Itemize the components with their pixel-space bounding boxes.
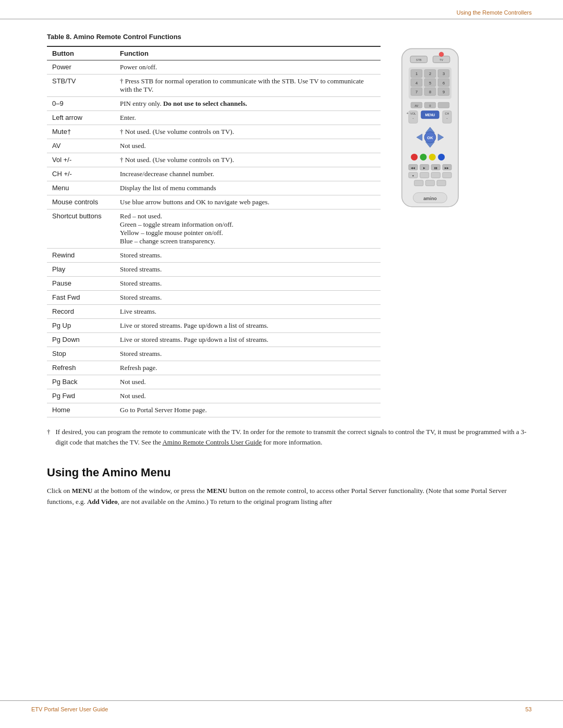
- table-cell-button: Rewind: [47, 249, 115, 263]
- table-cell-function: Live or stored streams. Page up/down a l…: [115, 333, 381, 347]
- table-cell-button: Pg Fwd: [47, 389, 115, 403]
- table-row: 0–9PIN entry only. Do not use to select …: [47, 97, 381, 111]
- svg-text:STB: STB: [416, 58, 422, 61]
- table-row: HomeGo to Portal Server Home page.: [47, 403, 381, 417]
- svg-text:▶: ▶: [423, 166, 425, 169]
- table-row: Left arrowEnter.: [47, 111, 381, 125]
- table-cell-function: † Not used. (Use volume controls on TV).: [115, 153, 381, 167]
- table-cell-button: Menu: [47, 181, 115, 195]
- section-heading: Using the Amino Menu: [47, 466, 532, 479]
- menu-bold-2: MENU: [206, 487, 227, 495]
- svg-rect-61: [431, 172, 440, 178]
- footer-right: 53: [525, 706, 532, 712]
- table-cell-button: Record: [47, 305, 115, 319]
- svg-text:8: 8: [429, 90, 431, 94]
- table-cell-function: Stored streams.: [115, 277, 381, 291]
- page-footer: ETV Portal Server User Guide 53: [0, 700, 563, 712]
- table-cell-button: Vol +/-: [47, 153, 115, 167]
- svg-rect-63: [414, 180, 423, 186]
- table-header-row: Button Function: [47, 46, 381, 60]
- table-row: Mute†† Not used. (Use volume controls on…: [47, 125, 381, 139]
- table-cell-function: Use blue arrow buttons and OK to navigat…: [115, 195, 381, 209]
- table-caption-label: Table 8.: [47, 33, 71, 41]
- table-cell-function: Power on/off.: [115, 60, 381, 75]
- table-cell-button: Play: [47, 263, 115, 277]
- table-cell-function: † Press STB for normal operation to comm…: [115, 75, 381, 97]
- table-row: Vol +/-† Not used. (Use volume controls …: [47, 153, 381, 167]
- svg-text:MENU: MENU: [425, 113, 435, 117]
- table-cell-function: Red – not used.Green – toggle stream inf…: [115, 209, 381, 249]
- page-container: Using the Remote Controllers Table 8. Am…: [0, 0, 563, 728]
- svg-rect-29: [438, 102, 449, 108]
- table-cell-button: 0–9: [47, 97, 115, 111]
- table-cell-function: Enter.: [115, 111, 381, 125]
- table-cell-button: Pg Back: [47, 375, 115, 389]
- table-cell-button: Pause: [47, 277, 115, 291]
- footnote-text: If desired, you can program the remote t…: [56, 427, 532, 447]
- main-content: Table 8. Amino Remote Control Functions …: [0, 22, 563, 528]
- table-caption: Table 8. Amino Remote Control Functions: [47, 33, 532, 41]
- svg-point-47: [420, 154, 427, 161]
- table-cell-button: Fast Fwd: [47, 291, 115, 305]
- table-caption-text: Amino Remote Control Functions: [71, 33, 181, 41]
- table-cell-button: Refresh: [47, 361, 115, 375]
- table-row: Mouse controlsUse blue arrow buttons and…: [47, 195, 381, 209]
- table-cell-function: Display the list of menu commands: [115, 181, 381, 195]
- table-cell-function: Stored streams.: [115, 263, 381, 277]
- svg-text:5: 5: [429, 81, 431, 85]
- col-function: Function: [115, 46, 381, 60]
- table-cell-button: STB/TV: [47, 75, 115, 97]
- remote-control-image: STB TV 1 2 3 4: [396, 46, 469, 223]
- svg-text:amino: amino: [423, 196, 437, 201]
- svg-text:VOL: VOL: [410, 112, 416, 115]
- footer-left: ETV Portal Server User Guide: [31, 706, 108, 712]
- footnote-link[interactable]: Amino Remote Controls User Guide: [162, 438, 262, 446]
- svg-text:3: 3: [443, 71, 445, 76]
- table-cell-button: AV: [47, 139, 115, 153]
- svg-text:CH: CH: [445, 112, 449, 115]
- svg-text:1: 1: [415, 71, 418, 76]
- table-cell-function: Not used.: [115, 389, 381, 403]
- table-cell-button: Shortcut buttons: [47, 209, 115, 249]
- table-cell-function: Live or stored streams. Page up/down a l…: [115, 319, 381, 333]
- svg-text:◀◀: ◀◀: [411, 166, 415, 169]
- table-cell-button: Pg Up: [47, 319, 115, 333]
- table-row: Shortcut buttonsRed – not used.Green – t…: [47, 209, 381, 249]
- svg-rect-65: [437, 180, 446, 186]
- table-row: PowerPower on/off.: [47, 60, 381, 75]
- table-cell-button: Home: [47, 403, 115, 417]
- table-cell-function: PIN entry only. Do not use to select cha…: [115, 97, 381, 111]
- svg-rect-60: [420, 172, 429, 178]
- header-title: Using the Remote Controllers: [457, 9, 532, 16]
- table-cell-button: Power: [47, 60, 115, 75]
- table-cell-button: Left arrow: [47, 111, 115, 125]
- table-cell-function: Not used.: [115, 375, 381, 389]
- table-cell-button: Mute†: [47, 125, 115, 139]
- svg-text:▶▶: ▶▶: [445, 166, 449, 169]
- section-body: Click on MENU at the bottom of the windo…: [47, 486, 532, 508]
- table-row: Fast FwdStored streams.: [47, 291, 381, 305]
- table-cell-button: Pg Down: [47, 333, 115, 347]
- svg-text:7: 7: [415, 90, 418, 94]
- table-cell-function: Not used.: [115, 139, 381, 153]
- table-cell-function: Stored streams.: [115, 291, 381, 305]
- svg-text:TV: TV: [439, 58, 443, 61]
- table-row: PauseStored streams.: [47, 277, 381, 291]
- content-with-remote: Button Function PowerPower on/off.STB/TV…: [47, 46, 532, 417]
- add-video-bold: Add Video: [87, 498, 118, 505]
- menu-bold-1: MENU: [72, 487, 93, 495]
- table-cell-function: Refresh page.: [115, 361, 381, 375]
- svg-text:▮▮: ▮▮: [434, 166, 437, 169]
- table-row: PlayStored streams.: [47, 263, 381, 277]
- svg-text:●: ●: [412, 174, 414, 177]
- table-row: Pg UpLive or stored streams. Page up/dow…: [47, 319, 381, 333]
- table-cell-function: † Not used. (Use volume controls on TV).: [115, 125, 381, 139]
- table-row: CH +/-Increase/decrease channel number.: [47, 167, 381, 181]
- svg-text:AV: AV: [415, 104, 419, 107]
- svg-text:6: 6: [443, 81, 445, 85]
- table-row: RefreshRefresh page.: [47, 361, 381, 375]
- svg-text:OK: OK: [427, 135, 433, 140]
- page-header: Using the Remote Controllers: [0, 0, 563, 19]
- functions-table: Button Function PowerPower on/off.STB/TV…: [47, 46, 381, 417]
- remote-svg: STB TV 1 2 3 4: [396, 46, 464, 221]
